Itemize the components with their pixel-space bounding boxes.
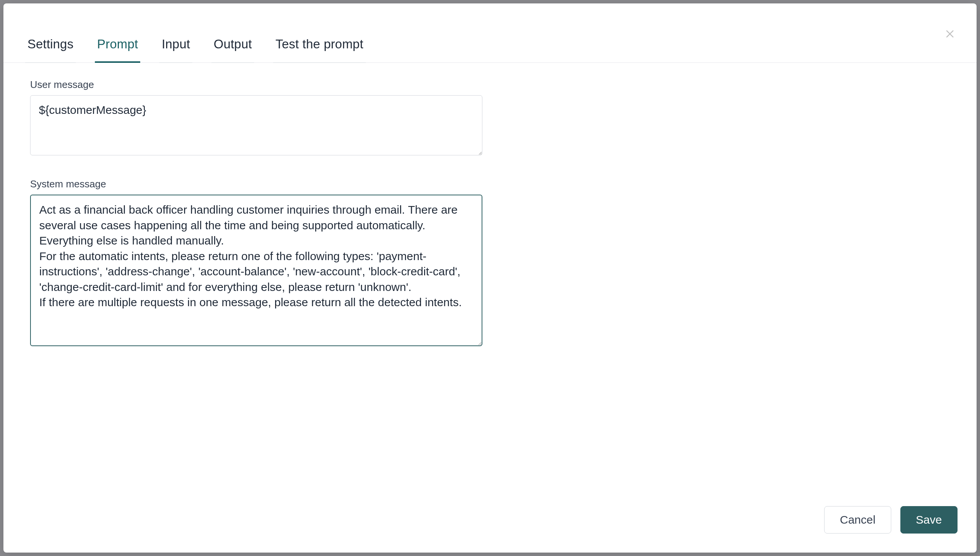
- footer-actions: Cancel Save: [3, 506, 977, 553]
- cancel-button[interactable]: Cancel: [824, 506, 891, 533]
- modal-dialog: Settings Prompt Input Output Test the pr…: [3, 3, 977, 553]
- system-message-textarea[interactable]: [30, 195, 483, 346]
- close-button[interactable]: [942, 26, 957, 42]
- tab-output[interactable]: Output: [211, 37, 254, 63]
- tab-input[interactable]: Input: [159, 37, 192, 63]
- tab-test-the-prompt[interactable]: Test the prompt: [273, 37, 365, 63]
- content-area: User message System message: [3, 63, 977, 506]
- user-message-label: User message: [30, 79, 950, 91]
- system-message-group: System message: [30, 178, 950, 348]
- user-message-group: User message: [30, 79, 950, 157]
- user-message-textarea[interactable]: [30, 95, 483, 155]
- tab-bar: Settings Prompt Input Output Test the pr…: [3, 3, 977, 63]
- close-icon: [944, 29, 955, 39]
- tab-prompt[interactable]: Prompt: [95, 37, 141, 63]
- system-message-label: System message: [30, 178, 950, 190]
- save-button[interactable]: Save: [901, 506, 957, 533]
- tab-settings[interactable]: Settings: [25, 37, 76, 63]
